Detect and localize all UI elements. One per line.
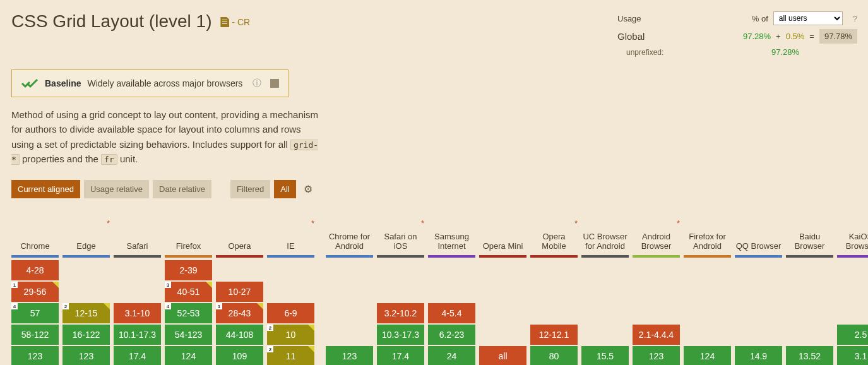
spec-status-badge[interactable]: - CR bbox=[220, 17, 250, 27]
version-cell[interactable]: 28-431 bbox=[216, 303, 263, 323]
browser-header[interactable]: Chrome for Android bbox=[326, 216, 373, 255]
browser-header[interactable]: Firefox for Android bbox=[684, 216, 731, 255]
version-cell[interactable]: 40-513 bbox=[165, 282, 212, 302]
browser-brand-bar bbox=[216, 255, 263, 258]
version-cell[interactable]: 123 bbox=[326, 346, 373, 365]
browser-header[interactable]: Safari bbox=[114, 216, 161, 255]
spec-status-text: - CR bbox=[232, 17, 250, 27]
browser-column: Samsung Internet4-5.46.2-2324 bbox=[428, 216, 475, 365]
version-cell[interactable]: all bbox=[479, 346, 526, 365]
browser-header[interactable]: Chrome bbox=[11, 216, 59, 255]
browser-header[interactable]: Opera Mini bbox=[479, 216, 526, 255]
browser-header[interactable]: KaiOS Browser bbox=[837, 216, 868, 255]
usage-select[interactable]: all users bbox=[773, 11, 843, 25]
flag-corner-icon bbox=[104, 303, 110, 309]
version-cell bbox=[581, 282, 629, 302]
filtered-button[interactable]: Filtered bbox=[230, 180, 270, 198]
all-button[interactable]: All bbox=[274, 180, 295, 198]
version-cell[interactable]: 52-534 bbox=[165, 303, 212, 323]
current-aligned-button[interactable]: Current aligned bbox=[11, 180, 80, 198]
version-cell[interactable]: 17.4 bbox=[377, 346, 424, 365]
usage-stats: Usage % of all users ? Global 97.28% + 0… bbox=[617, 11, 857, 61]
version-cell[interactable]: 124 bbox=[684, 346, 731, 365]
version-cell[interactable]: 17.4 bbox=[114, 346, 161, 365]
version-cell[interactable]: 58-122 bbox=[11, 325, 59, 345]
note-badge: 4 bbox=[11, 303, 18, 309]
browser-header[interactable]: Opera bbox=[216, 216, 263, 255]
browser-header[interactable]: QQ Browser bbox=[735, 216, 782, 255]
browser-brand-bar bbox=[114, 255, 161, 258]
version-cell[interactable]: 6-9 bbox=[267, 303, 314, 323]
version-cell bbox=[633, 260, 680, 280]
equals-sign: = bbox=[809, 32, 814, 41]
version-cell[interactable]: 2.1-4.4.4 bbox=[633, 325, 680, 345]
version-cell[interactable]: 10.3-17.3 bbox=[377, 325, 424, 345]
page-title: CSS Grid Layout (level 1) bbox=[11, 11, 211, 31]
browser-header[interactable]: Opera Mobile* bbox=[530, 216, 578, 255]
version-cell[interactable]: 24 bbox=[428, 346, 475, 365]
browser-header[interactable]: IE* bbox=[267, 216, 314, 255]
version-cell[interactable]: 10.1-17.3 bbox=[114, 325, 161, 345]
version-cell[interactable]: 6.2-23 bbox=[428, 325, 475, 345]
flag-corner-icon bbox=[206, 282, 212, 288]
version-cell[interactable]: 12-152 bbox=[62, 303, 110, 323]
note-star-icon: * bbox=[574, 218, 578, 229]
version-cell[interactable]: 29-561 bbox=[11, 282, 59, 302]
info-icon[interactable]: ⓘ bbox=[253, 78, 261, 89]
browser-header[interactable]: Edge* bbox=[62, 216, 110, 255]
date-relative-button[interactable]: Date relative bbox=[153, 180, 211, 198]
version-cell bbox=[633, 282, 680, 302]
browser-brand-bar bbox=[837, 255, 868, 258]
browser-header[interactable]: Safari on iOS* bbox=[377, 216, 424, 255]
version-cell[interactable]: 15.5 bbox=[581, 346, 629, 365]
browser-header[interactable]: Baidu Browser bbox=[786, 216, 833, 255]
version-cell[interactable]: 2.5 bbox=[837, 325, 868, 345]
version-cell[interactable]: 102 bbox=[267, 325, 314, 345]
baseline-banner: Baseline Widely available across major b… bbox=[11, 69, 288, 97]
version-cell[interactable]: 4-28 bbox=[11, 260, 59, 280]
browser-column: Edge*12-15216-122123 bbox=[62, 216, 110, 365]
flag-icon[interactable] bbox=[270, 79, 279, 88]
version-cell[interactable]: 14.9 bbox=[735, 346, 782, 365]
version-cell[interactable]: 574 bbox=[11, 303, 59, 323]
version-cell[interactable]: 80 bbox=[530, 346, 578, 365]
version-cell[interactable]: 3.1-10 bbox=[114, 303, 161, 323]
version-cell[interactable]: 124 bbox=[165, 346, 212, 365]
version-cell[interactable]: 13.52 bbox=[786, 346, 833, 365]
browser-column: IE*6-9102112 bbox=[267, 216, 314, 365]
version-cell[interactable]: 12-12.1 bbox=[530, 325, 578, 345]
note-star-icon: * bbox=[421, 218, 424, 229]
version-cell[interactable]: 123 bbox=[11, 346, 59, 365]
version-cell[interactable]: 123 bbox=[62, 346, 110, 365]
flag-corner-icon bbox=[257, 303, 263, 309]
version-cell[interactable]: 109 bbox=[216, 346, 263, 365]
version-cell[interactable]: 123 bbox=[633, 346, 680, 365]
global-label: Global bbox=[617, 31, 693, 42]
browser-header[interactable]: UC Browser for Android bbox=[581, 216, 629, 255]
usage-help-icon[interactable]: ? bbox=[853, 14, 857, 23]
version-cell[interactable]: 3.1 bbox=[837, 346, 868, 365]
global-partial-pct: 0.5% bbox=[786, 32, 805, 41]
version-cell[interactable]: 2-39 bbox=[165, 260, 212, 280]
spec-icon bbox=[220, 17, 229, 27]
note-badge: 2 bbox=[267, 325, 273, 331]
gear-icon[interactable]: ⚙ bbox=[304, 183, 312, 195]
version-cell[interactable]: 44-108 bbox=[216, 325, 263, 345]
version-cell bbox=[786, 325, 833, 345]
version-cell[interactable]: 10-27 bbox=[216, 282, 263, 302]
version-cell[interactable]: 112 bbox=[267, 346, 314, 365]
browser-column: Safari3.1-1010.1-17.317.417.5-TP bbox=[114, 216, 161, 365]
version-cell[interactable]: 16-122 bbox=[62, 325, 110, 345]
version-cell[interactable]: 4-5.4 bbox=[428, 303, 475, 323]
browser-header[interactable]: Firefox bbox=[165, 216, 212, 255]
version-cell[interactable]: 54-123 bbox=[165, 325, 212, 345]
browser-header[interactable]: Samsung Internet bbox=[428, 216, 475, 255]
usage-relative-button[interactable]: Usage relative bbox=[84, 180, 149, 198]
version-cell bbox=[530, 282, 578, 302]
browser-column: Baidu Browser13.52 bbox=[786, 216, 833, 365]
version-cell bbox=[735, 325, 782, 345]
version-cell bbox=[581, 260, 629, 280]
version-cell bbox=[735, 303, 782, 323]
browser-header[interactable]: Android Browser* bbox=[633, 216, 680, 255]
version-cell[interactable]: 3.2-10.2 bbox=[377, 303, 424, 323]
